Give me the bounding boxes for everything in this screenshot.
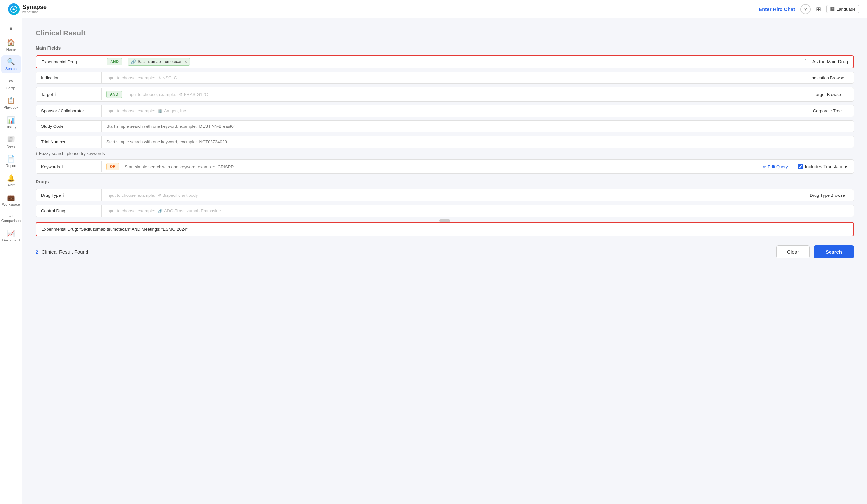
fuzzy-info-icon: ℹ: [35, 151, 37, 156]
sidebar-item-comparison[interactable]: U5 Comparison: [1, 210, 21, 226]
home-icon: 🏠: [7, 39, 15, 46]
sidebar: ≡ 🏠 Home 🔍 Search ✂ Comp. 📋 Playbook 📊 H…: [0, 19, 22, 504]
edit-query-button[interactable]: ✏ Edit Query: [763, 164, 788, 169]
query-text: Experimental Drug: "Sacituzumab tirumote…: [41, 227, 188, 232]
control-drug-label: Control Drug: [36, 205, 101, 217]
report-icon: 📄: [7, 155, 15, 163]
sponsor-input[interactable]: Input to choose, example: 🏢 Amgen, Inc.: [101, 105, 801, 117]
drug-type-info-icon[interactable]: ℹ: [63, 193, 64, 198]
sidebar-label-alert: Alert: [7, 183, 15, 187]
target-logic-badge: AND: [106, 91, 122, 98]
sidebar-label-workspace: Workspace: [2, 202, 20, 206]
includes-translations-label: Includes Translations: [805, 164, 848, 169]
drug-type-input[interactable]: Input to choose, example: ⊕ Bispecific a…: [101, 189, 801, 201]
logo-sub: by patsnap: [22, 11, 47, 14]
includes-translations-checkbox[interactable]: [798, 164, 803, 169]
main-drug-checkbox[interactable]: [805, 59, 811, 64]
control-drug-input[interactable]: Input to choose, example: 🔗 ADO-Trastuzu…: [101, 205, 854, 217]
drug-type-example: ⊕ Bispecific antibody: [158, 193, 198, 198]
search-button[interactable]: Search: [814, 245, 854, 258]
sidebar-item-comp[interactable]: ✂ Comp.: [1, 75, 21, 92]
results-count: 2 Clinical Result Found: [35, 249, 88, 255]
keywords-info-icon[interactable]: ℹ: [62, 164, 64, 169]
corporate-tree-button[interactable]: Corporate Tree: [801, 105, 854, 117]
sidebar-label-news: News: [7, 144, 16, 148]
indication-example: ✳ NSCLC: [158, 75, 177, 80]
grid-icon[interactable]: ⊞: [816, 6, 821, 13]
experimental-drug-label: Experimental Drug: [36, 56, 102, 68]
experimental-drug-tag: 🔗 Sacituzumab tirumotecan ×: [128, 58, 190, 66]
main-drug-checkbox-area: As the Main Drug: [800, 59, 853, 64]
trial-number-row: Trial Number: [35, 136, 854, 148]
sidebar-item-playbook[interactable]: 📋 Playbook: [1, 94, 21, 112]
help-icon[interactable]: ?: [800, 4, 811, 14]
sidebar-item-alert[interactable]: 🔔 Alert: [1, 172, 21, 189]
results-bar: 2 Clinical Result Found Clear Search: [35, 241, 854, 262]
results-label: Clinical Result Found: [42, 249, 88, 255]
sidebar-item-news[interactable]: 📰 News: [1, 133, 21, 151]
trial-number-input[interactable]: [101, 136, 854, 147]
drug-pill-icon: 🔗: [131, 59, 136, 64]
svg-point-1: [13, 8, 15, 10]
indication-input[interactable]: Input to choose, example: ✳ NSCLC: [101, 72, 801, 84]
trial-number-label: Trial Number: [36, 136, 101, 147]
sponsor-row: Sponsor / Collaborator Input to choose, …: [35, 105, 854, 117]
study-code-label: Study Code: [36, 121, 101, 132]
main-drug-checkbox-label: As the Main Drug: [812, 59, 848, 64]
keywords-row: Keywords ℹ OR ✏ Edit Query Includes Tran…: [35, 160, 854, 174]
sidebar-item-search[interactable]: 🔍 Search: [1, 55, 21, 73]
experimental-drug-logic-badge: AND: [107, 58, 122, 65]
control-drug-example: 🔗 ADO-Trastuzumab Emtansine: [158, 208, 221, 213]
history-icon: 📊: [7, 116, 15, 124]
sidebar-toggle-button[interactable]: ≡: [7, 22, 15, 34]
drag-handle[interactable]: [439, 219, 450, 222]
drug-type-label: Drug Type ℹ: [36, 189, 101, 201]
sidebar-label-comp: Comp.: [6, 86, 16, 90]
playbook-icon: 📋: [7, 97, 15, 105]
drug-type-row: Drug Type ℹ Input to choose, example: ⊕ …: [35, 189, 854, 201]
drugs-title: Drugs: [35, 179, 854, 184]
workspace-icon: 💼: [7, 194, 15, 201]
news-icon: 📰: [7, 135, 15, 143]
results-number: 2: [35, 249, 38, 255]
keywords-text-input[interactable]: [125, 164, 760, 169]
top-navigation: Synapse by patsnap Enter Hiro Chat ? ⊞ 📓…: [0, 0, 867, 19]
sidebar-item-dashboard[interactable]: 📈 Dashboard: [1, 227, 21, 245]
clear-button[interactable]: Clear: [776, 245, 810, 258]
logo-area: Synapse by patsnap: [8, 3, 47, 15]
target-browse-button[interactable]: Target Browse: [801, 89, 854, 100]
keywords-input[interactable]: OR ✏ Edit Query: [101, 160, 792, 174]
topnav-right: Enter Hiro Chat ? ⊞ 📓 Language: [759, 4, 859, 14]
indication-browse-button[interactable]: Indication Browse: [801, 72, 854, 84]
logo-main: Synapse: [22, 4, 47, 11]
drug-type-browse-button[interactable]: Drug Type Browse: [801, 189, 854, 201]
logo-icon: [8, 3, 20, 15]
sidebar-label-comparison: Comparison: [1, 219, 21, 223]
sponsor-label: Sponsor / Collaborator: [36, 105, 101, 117]
indication-row: Indication Input to choose, example: ✳ N…: [35, 72, 854, 84]
drugs-section: Drugs Drug Type ℹ Input to choose, examp…: [35, 179, 854, 217]
action-buttons: Clear Search: [776, 245, 854, 258]
experimental-drug-input[interactable]: AND 🔗 Sacituzumab tirumotecan ×: [102, 56, 800, 68]
sidebar-item-history[interactable]: 📊 History: [1, 113, 21, 131]
trial-number-text-input[interactable]: [106, 139, 849, 144]
includes-translations-area: Includes Translations: [792, 164, 854, 169]
study-code-text-input[interactable]: [106, 124, 849, 129]
study-code-input[interactable]: [101, 121, 854, 132]
sidebar-item-workspace[interactable]: 💼 Workspace: [1, 191, 21, 209]
target-info-icon[interactable]: ℹ: [55, 92, 56, 97]
drug-tag-remove-button[interactable]: ×: [184, 59, 187, 64]
query-display-bar: Experimental Drug: "Sacituzumab tirumote…: [35, 222, 854, 236]
search-icon: 🔍: [7, 58, 15, 66]
sidebar-item-home[interactable]: 🏠 Home: [1, 36, 21, 54]
language-button[interactable]: 📓 Language: [826, 5, 859, 13]
experimental-drug-row: Experimental Drug AND 🔗 Sacituzumab tiru…: [35, 55, 854, 68]
target-input[interactable]: AND Input to choose, example: ⚙ KRAS G12…: [101, 87, 801, 101]
target-example: ⚙ KRAS G12C: [179, 92, 208, 97]
main-content: Clinical Result Main Fields Experimental…: [22, 19, 867, 504]
notebook-icon: 📓: [830, 7, 835, 11]
sidebar-item-report[interactable]: 📄 Report: [1, 152, 21, 170]
enter-hiro-chat-button[interactable]: Enter Hiro Chat: [759, 6, 795, 12]
sidebar-label-history: History: [5, 125, 17, 129]
logo-text: Synapse by patsnap: [22, 4, 47, 14]
